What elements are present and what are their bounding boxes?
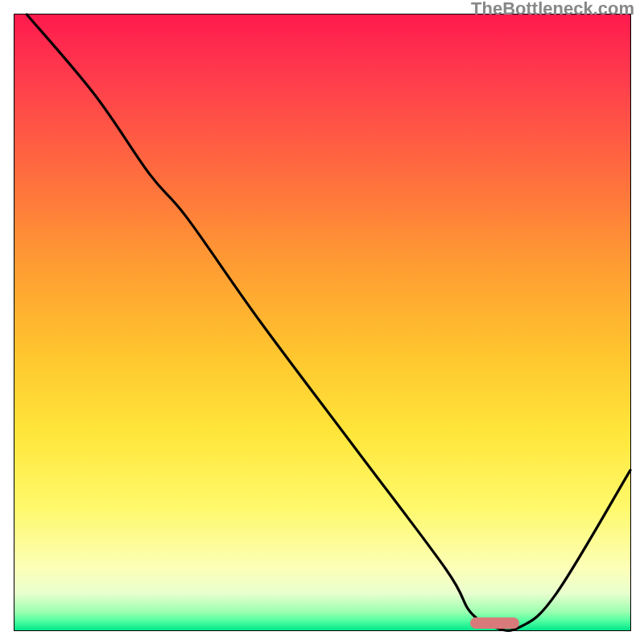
optimum-marker	[470, 617, 519, 629]
bottleneck-curve-path	[27, 14, 630, 630]
chart-canvas: TheBottleneck.com	[0, 0, 644, 644]
curve-layer	[14, 14, 630, 630]
watermark-text: TheBottleneck.com	[471, 0, 634, 19]
